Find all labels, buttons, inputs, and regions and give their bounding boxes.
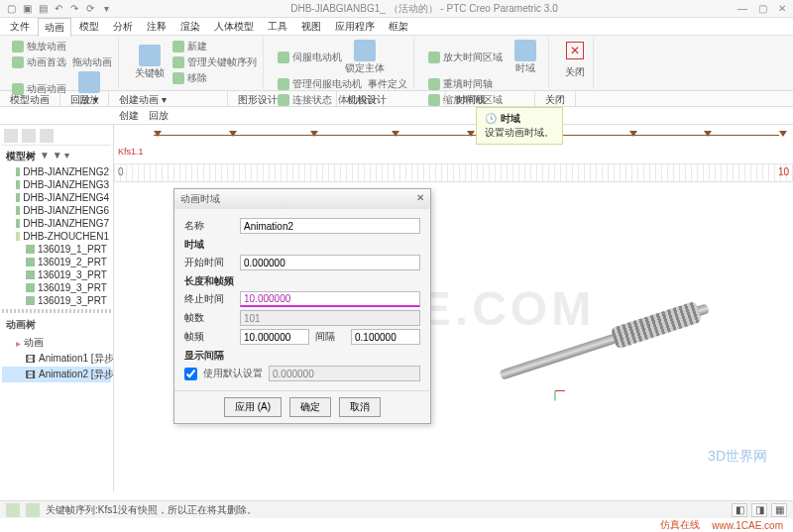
regen-icon[interactable]: ⟳ — [83, 2, 97, 16]
ribbon-timedomain[interactable]: 时域 — [509, 40, 542, 75]
lbl-name: 名称 — [184, 219, 234, 233]
tree-panel: 模型树 ▼ ▼ ▾ DHB-JIANZHENG2 DHB-JIANZHENG3 … — [0, 125, 114, 491]
tree-tab-icon[interactable] — [4, 129, 18, 143]
title-bar: ▢ ▣ ▤ ↶ ↷ ⟳ ▾ DHB-JIABGIANBG1_ （活动的） - P… — [0, 0, 793, 18]
tree-item[interactable]: DHB-JIANZHENG6 — [2, 204, 111, 217]
tooltip-timedomain: 🕓时域 设置动画时域。 — [476, 107, 563, 145]
anim-item[interactable]: 🎞Animation1 [异步-分解] — [2, 351, 111, 367]
ribbon-pref[interactable]: 动画首选 — [12, 55, 66, 69]
dialog-title: 动画时域 — [180, 192, 220, 206]
tree-tools[interactable]: 模型树 ▼ ▼ ▾ — [2, 148, 111, 165]
grp-timeline: 时间线 — [446, 91, 535, 106]
model-viewport[interactable] — [489, 271, 721, 414]
anim-root[interactable]: ▸动画 — [2, 335, 111, 351]
tree-item[interactable]: DHB-JIANZHENG2 — [2, 165, 111, 178]
ribbon-play[interactable]: 独放动画 — [12, 40, 66, 53]
tree-part[interactable]: 136019_1_PRT — [2, 243, 111, 256]
tree-item[interactable]: DHB-JIANZHENG4 — [2, 191, 111, 204]
sb-icon[interactable]: ▦ — [771, 503, 787, 517]
create-bar: 创建 回放 🕓时域 设置动画时域。 — [0, 107, 793, 125]
ribbon-remove[interactable]: 移除 — [172, 71, 257, 85]
menu-model[interactable]: 模型 — [73, 18, 105, 36]
tree-title: 模型树 — [6, 150, 36, 163]
chk-default[interactable] — [184, 368, 197, 380]
ribbon-manage-servo[interactable]: 管理伺服电动机 — [278, 77, 362, 91]
tree-item[interactable]: DHB-JIANZHENG3 — [2, 178, 111, 191]
ribbon-manage-kf[interactable]: 管理关键帧序列 — [172, 55, 257, 69]
ribbon-zoomin-time[interactable]: 放大时间区域 — [428, 51, 503, 64]
btn-apply[interactable]: 应用 (A) — [224, 397, 282, 417]
grp-playback[interactable]: 回放 ▾ — [60, 91, 109, 106]
tree-part[interactable]: 136019_3_PRT — [2, 294, 111, 307]
grp-create[interactable]: 创建动画 ▾ — [109, 91, 228, 106]
menu-view[interactable]: 视图 — [295, 18, 327, 36]
redo-icon[interactable]: ↷ — [67, 2, 81, 16]
ribbon-refill-time[interactable]: 重填时间轴 — [428, 77, 493, 91]
page-footer: 仿真在线 www.1CAE.com — [0, 518, 793, 532]
tree-tab2-icon[interactable] — [22, 129, 36, 143]
sec-domain: 时域 — [184, 238, 420, 252]
close-icon[interactable]: ✕ — [775, 3, 789, 14]
tree-part[interactable]: 136019_3_PRT — [2, 281, 111, 294]
tree-tab3-icon[interactable] — [40, 129, 54, 143]
tree-part[interactable]: 136019_3_PRT — [2, 268, 111, 281]
status-icon2[interactable] — [26, 503, 40, 517]
lbl-interval: 间隔 — [315, 330, 345, 344]
menu-render[interactable]: 渲染 — [174, 18, 206, 36]
ribbon-servo[interactable]: 伺服电动机 — [278, 51, 342, 64]
btn-cancel[interactable]: 取消 — [339, 397, 381, 417]
input-usedef — [269, 366, 420, 381]
input-start[interactable] — [240, 255, 420, 270]
ribbon-keyframe[interactable]: 关键帧 — [133, 45, 167, 80]
undo-icon[interactable]: ↶ — [52, 2, 65, 16]
input-fps[interactable] — [240, 329, 309, 345]
menu-manikin[interactable]: 人体模型 — [208, 18, 260, 36]
lbl-usedef: 使用默认设置 — [203, 367, 263, 380]
ribbon: 独放动画 动画首选拖动动画 动画动画回放 关键帧 新建 管理关键帧序列 移除 伺… — [0, 36, 793, 91]
ribbon-event[interactable]: 事件定义 — [368, 77, 407, 91]
maximize-icon[interactable]: ▢ — [755, 3, 769, 14]
minimize-icon[interactable]: — — [736, 3, 749, 14]
tree-assy[interactable]: DHB-ZHOUCHEN1 — [2, 230, 111, 243]
status-icon[interactable] — [6, 503, 20, 517]
quick-access-toolbar: ▢ ▣ ▤ ↶ ↷ ⟳ ▾ — [4, 2, 113, 16]
ribbon-close-icon[interactable]: ✕ — [566, 42, 584, 59]
dialog-close-icon[interactable]: ✕ — [416, 192, 424, 206]
anim-item-selected[interactable]: 🎞Animation2 [异步-快照] — [2, 367, 111, 382]
new-icon[interactable]: ▢ — [4, 2, 18, 16]
ribbon-close-label: 关闭 — [565, 65, 585, 79]
lbl-fps: 帧频 — [184, 330, 234, 344]
ribbon-new[interactable]: 新建 — [172, 40, 257, 53]
anim-tree-title: 动画树 — [2, 315, 111, 335]
tree-item[interactable]: DHB-JIANZHENG7 — [2, 217, 111, 230]
input-end[interactable] — [240, 291, 420, 307]
menu-bar: 文件 动画 模型 分析 注释 渲染 人体模型 工具 视图 应用程序 框架 — [0, 18, 793, 36]
time-ruler[interactable]: 0 10 — [114, 164, 793, 182]
sec-length: 长度和帧频 — [184, 274, 420, 288]
menu-file[interactable]: 文件 — [4, 18, 36, 36]
btn-create[interactable]: 创建 — [119, 109, 139, 123]
timeline-strip[interactable]: Kfs1.1 — [114, 125, 793, 164]
lbl-start: 开始时间 — [184, 256, 234, 269]
input-interval[interactable] — [351, 329, 420, 345]
btn-playback2[interactable]: 回放 — [149, 109, 169, 123]
open-icon[interactable]: ▣ — [20, 2, 34, 16]
input-frames — [240, 310, 420, 326]
menu-analysis[interactable]: 分析 — [107, 18, 139, 36]
tree-part[interactable]: 136019_2_PRT — [2, 256, 111, 268]
save-icon[interactable]: ▤ — [36, 2, 50, 16]
sb-icon[interactable]: ◨ — [751, 503, 767, 517]
ribbon-lock[interactable]: 锁定主体 — [348, 40, 382, 75]
dialog-timedomain: 动画时域 ✕ 名称 时域 开始时间 长度和帧频 终止时间 帧数 帧频 间隔 显示… — [173, 188, 431, 424]
menu-tools[interactable]: 工具 — [262, 18, 293, 36]
ribbon-drag[interactable]: 拖动动画 — [72, 55, 112, 69]
menu-framework[interactable]: 框架 — [383, 18, 414, 36]
input-name[interactable] — [240, 218, 420, 234]
sb-icon[interactable]: ◧ — [732, 503, 747, 517]
menu-annotate[interactable]: 注释 — [141, 18, 172, 36]
windows-icon[interactable]: ▾ — [99, 2, 113, 16]
menu-animation[interactable]: 动画 — [38, 18, 71, 37]
menu-applications[interactable]: 应用程序 — [329, 18, 381, 36]
timeline-track[interactable] — [154, 135, 779, 136]
btn-ok[interactable]: 确定 — [289, 397, 331, 417]
